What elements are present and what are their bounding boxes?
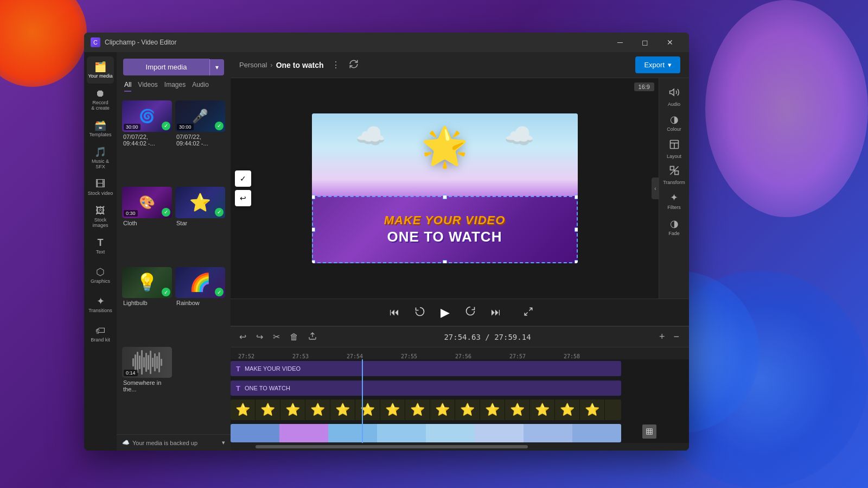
filter-tab-videos[interactable]: Videos xyxy=(138,81,157,92)
replay-5s-button[interactable] xyxy=(411,303,429,322)
timeline-redo-button[interactable]: ↪ xyxy=(254,329,265,344)
import-media-button[interactable]: Import media xyxy=(123,59,209,75)
backup-text: Your media is backed up xyxy=(132,440,197,446)
zoom-out-button[interactable]: − xyxy=(670,330,682,344)
backup-expand-icon[interactable]: ▾ xyxy=(222,439,225,446)
timeline-cut-button[interactable]: ✂ xyxy=(271,329,282,344)
text-track-2[interactable]: T ONE TO WATCH xyxy=(231,381,621,396)
sidebar-item-stock-images[interactable]: 🖼 Stock images xyxy=(87,203,114,230)
selection-handle-bm[interactable] xyxy=(443,260,447,263)
sync-button[interactable] xyxy=(347,57,361,73)
media-thumb-audio[interactable]: 0:14 xyxy=(122,347,172,378)
filter-tab-audio[interactable]: Audio xyxy=(192,81,209,92)
sidebar-label-text: Text xyxy=(96,250,105,255)
filter-tab-all[interactable]: All xyxy=(124,81,131,92)
toolbar-layout[interactable]: Layout xyxy=(662,137,686,161)
media-thumb-star[interactable]: ⭐ ✓ xyxy=(175,187,225,218)
text-track-1[interactable]: T MAKE YOUR VIDEO xyxy=(231,361,621,376)
list-item[interactable]: 🎨 0:30 ✓ Cloth xyxy=(122,187,172,263)
list-item[interactable]: 🌈 ✓ Rainbow xyxy=(175,267,225,344)
list-item[interactable]: 🎤 30:00 ✓ 07/07/22, 09:44:02 -... xyxy=(175,100,225,183)
transform-toolbar-icon xyxy=(669,165,680,179)
fullscreen-button[interactable] xyxy=(524,307,533,319)
ruler-tick-6: 27:58 xyxy=(564,353,580,359)
export-button[interactable]: Export ▾ xyxy=(635,56,680,73)
media-panel: Import media ▾ All Videos Images Audio 🌀 xyxy=(117,52,231,451)
maximize-button[interactable]: ◻ xyxy=(633,33,658,52)
toolbar-transform[interactable]: Transform xyxy=(662,163,686,187)
close-button[interactable]: ✕ xyxy=(658,33,682,52)
undo-action-button[interactable]: ↩ xyxy=(235,190,251,206)
cut-marker[interactable] xyxy=(642,424,656,439)
list-item[interactable]: 0:14 Somewhere in the... xyxy=(122,347,172,430)
star-seg-14: ⭐ xyxy=(555,400,580,420)
breadcrumb-arrow: › xyxy=(270,61,272,69)
timeline-scrollbar[interactable] xyxy=(231,443,689,451)
sidebar-label-stock-video: Stock video xyxy=(88,191,113,197)
sidebar-item-graphics[interactable]: ⬡ Graphics xyxy=(87,262,114,289)
templates-icon: 🗃️ xyxy=(94,119,106,131)
right-panel: Personal › One to watch ⋮ Export ▾ xyxy=(231,52,689,451)
timeline-delete-button[interactable]: 🗑 xyxy=(288,330,301,344)
sidebar-item-transitions[interactable]: ✦ Transitions xyxy=(87,291,114,318)
selection-handle-rm[interactable] xyxy=(575,227,578,232)
forward-5s-button[interactable] xyxy=(462,302,479,322)
star-seg-10: ⭐ xyxy=(455,400,480,420)
sidebar-icons: 🗂️ Your media ⏺ Record& create 🗃️ Templa… xyxy=(84,52,117,451)
media-thumb-video2[interactable]: 🎤 30:00 ✓ xyxy=(175,100,225,132)
svg-rect-4 xyxy=(670,166,674,170)
filter-tab-images[interactable]: Images xyxy=(164,81,186,92)
star-seg-7: ⭐ xyxy=(380,400,405,420)
media-thumb-lightbulb[interactable]: 💡 ✓ xyxy=(122,267,172,299)
star-emoji-track[interactable]: ⭐ ⭐ ⭐ ⭐ ⭐ ⭐ ⭐ ⭐ ⭐ ⭐ xyxy=(231,400,621,420)
star-seg-5: ⭐ xyxy=(330,400,355,420)
list-item[interactable]: 🌀 30:00 ✓ 07/07/22, 09:44:02 -... xyxy=(122,100,172,183)
layout-toolbar-icon xyxy=(669,139,680,153)
skip-to-end-button[interactable]: ⏭ xyxy=(488,303,504,321)
selection-handle-lm[interactable] xyxy=(312,227,315,232)
import-media-dropdown[interactable]: ▾ xyxy=(209,59,224,75)
selection-handle-bl[interactable] xyxy=(312,260,315,263)
timeline-save-button[interactable] xyxy=(306,329,319,345)
selection-handle-br[interactable] xyxy=(575,260,578,263)
sidebar-item-music[interactable]: 🎵 Music & SFX xyxy=(87,144,114,172)
export-label: Export xyxy=(644,61,665,69)
sidebar-label-stock-images: Stock images xyxy=(87,218,114,229)
transitions-icon: ✦ xyxy=(97,295,105,307)
skip-to-start-button[interactable]: ⏮ xyxy=(386,303,403,321)
text-icon: T xyxy=(98,237,104,249)
media-thumb-cloth[interactable]: 🎨 0:30 ✓ xyxy=(122,187,172,218)
collapse-panel-button[interactable]: ‹ xyxy=(652,178,659,199)
media-thumb-video1[interactable]: 🌀 30:00 ✓ xyxy=(122,100,172,132)
play-button[interactable]: ▶ xyxy=(437,302,453,323)
toolbar-audio[interactable]: Audio xyxy=(662,85,686,109)
sidebar-item-brand-kit[interactable]: 🏷 Brand kit xyxy=(87,320,114,347)
more-options-button[interactable]: ⋮ xyxy=(329,58,342,72)
confirm-action-button[interactable]: ✓ xyxy=(235,170,251,187)
list-item[interactable]: ⭐ ✓ Star xyxy=(175,187,225,263)
track-stars: ⭐ ⭐ ⭐ ⭐ ⭐ ⭐ ⭐ ⭐ ⭐ ⭐ xyxy=(231,398,689,421)
star-seg-3: ⭐ xyxy=(280,400,305,420)
sidebar-item-record[interactable]: ⏺ Record& create xyxy=(87,86,114,113)
timeline-section: ↩ ↪ ✂ 🗑 27:54.63 / 27:59.14 xyxy=(231,326,689,451)
sidebar-item-text[interactable]: T Text xyxy=(87,232,114,259)
sidebar-item-templates[interactable]: 🗃️ Templates xyxy=(87,115,114,142)
selection-handle-tr[interactable] xyxy=(575,195,578,199)
playhead[interactable] xyxy=(362,359,363,443)
selection-handle-tm[interactable] xyxy=(443,195,447,199)
minimize-button[interactable]: ─ xyxy=(608,33,633,52)
sidebar-item-stock-video[interactable]: 🎞 Stock video xyxy=(87,174,114,201)
media-thumb-rainbow[interactable]: 🌈 ✓ xyxy=(175,267,225,299)
toolbar-colour[interactable]: ◑ Colour xyxy=(662,111,686,135)
color-track[interactable] xyxy=(231,424,621,442)
sidebar-item-your-media[interactable]: 🗂️ Your media xyxy=(87,56,114,84)
timeline-undo-button[interactable]: ↩ xyxy=(237,329,248,344)
scrollbar-thumb[interactable] xyxy=(256,445,528,448)
selection-handle-tl[interactable] xyxy=(312,195,315,199)
text-track-1-label: MAKE YOUR VIDEO xyxy=(245,365,301,372)
list-item[interactable]: 💡 ✓ Lightbulb xyxy=(122,267,172,344)
toolbar-filters[interactable]: ✦ Filters xyxy=(662,189,686,213)
zoom-in-button[interactable]: + xyxy=(656,330,668,344)
thumb-label-audio: Somewhere in the... xyxy=(122,378,172,392)
toolbar-fade[interactable]: ◑ Fade xyxy=(662,215,686,239)
